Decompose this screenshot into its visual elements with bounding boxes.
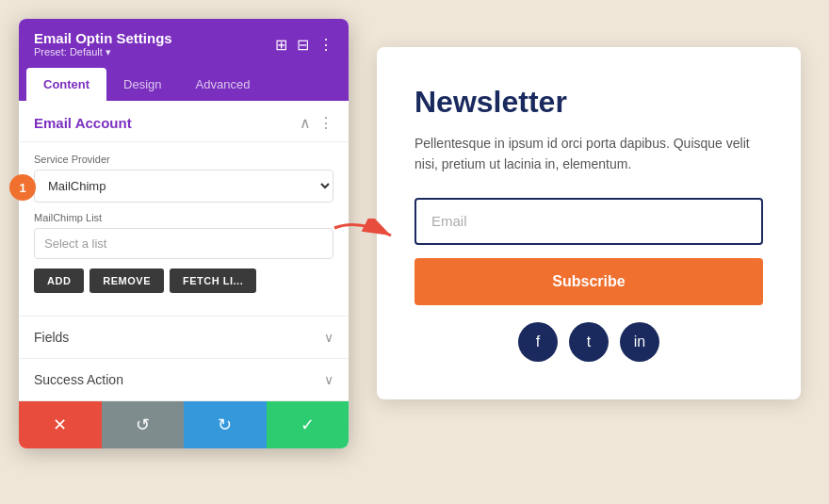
collapse-icon[interactable]: ∧	[300, 114, 311, 132]
email-account-title: Email Account	[34, 115, 132, 131]
service-provider-select[interactable]: MailChimp	[34, 170, 333, 203]
expand-icon[interactable]: ⊞	[275, 36, 287, 54]
remove-button[interactable]: REMOVE	[89, 268, 164, 293]
undo-button[interactable]: ↺	[102, 401, 185, 448]
section-header-icons: ∧ ⋮	[300, 114, 333, 132]
fields-chevron-icon: ∨	[324, 330, 333, 345]
layout-icon[interactable]: ⊟	[297, 36, 309, 54]
panel-header: Email Optin Settings Preset: Default ▾ ⊞…	[19, 19, 349, 68]
email-input-field[interactable]: Email	[414, 198, 763, 245]
panel-preset[interactable]: Preset: Default ▾	[34, 46, 172, 58]
undo-icon: ↺	[136, 415, 150, 435]
select-list-placeholder: Select a list	[44, 236, 106, 251]
redo-button[interactable]: ↻	[184, 401, 267, 448]
newsletter-title: Newsletter	[414, 85, 763, 120]
confirm-button[interactable]: ✓	[267, 401, 349, 448]
confirm-icon: ✓	[301, 415, 315, 435]
newsletter-card: Newsletter Pellentesque in ipsum id orci…	[377, 47, 801, 399]
redo-icon: ↻	[218, 415, 232, 435]
fields-title: Fields	[34, 330, 69, 345]
twitter-icon[interactable]: t	[569, 322, 609, 362]
panel-footer: ✕ ↺ ↻ ✓	[19, 400, 349, 448]
email-placeholder: Email	[431, 213, 467, 229]
fetch-list-button[interactable]: FETCH LI...	[170, 268, 256, 293]
newsletter-description: Pellentesque in ipsum id orci porta dapi…	[414, 133, 763, 175]
success-chevron-icon: ∨	[324, 372, 333, 387]
fields-section[interactable]: Fields ∨	[19, 316, 349, 358]
success-action-section[interactable]: Success Action ∨	[19, 358, 349, 400]
add-button[interactable]: ADD	[34, 268, 84, 293]
service-provider-label: Service Provider	[34, 154, 333, 165]
cancel-button[interactable]: ✕	[19, 401, 102, 448]
cancel-icon: ✕	[53, 415, 67, 435]
mailchimp-list-label: MailChimp List	[34, 212, 333, 223]
tab-content[interactable]: Content	[26, 68, 106, 101]
panel-tabs: Content Design Advanced	[19, 68, 349, 101]
linkedin-icon[interactable]: in	[620, 322, 659, 362]
panel-header-icons: ⊞ ⊟ ⋮	[275, 36, 333, 54]
facebook-icon[interactable]: f	[518, 322, 558, 362]
step-badge: 1	[9, 174, 36, 201]
social-icons-group: f t in	[414, 322, 763, 362]
panel-header-info: Email Optin Settings Preset: Default ▾	[34, 30, 172, 58]
tab-design[interactable]: Design	[106, 68, 178, 101]
mailchimp-list-select[interactable]: Select a list	[34, 228, 333, 259]
subscribe-button[interactable]: Subscribe	[414, 258, 763, 305]
tab-advanced[interactable]: Advanced	[179, 68, 268, 101]
action-buttons-group: ADD REMOVE FETCH LI...	[34, 268, 333, 293]
more-icon[interactable]: ⋮	[318, 36, 333, 54]
settings-panel: Email Optin Settings Preset: Default ▾ ⊞…	[19, 19, 349, 448]
section-more-icon[interactable]: ⋮	[318, 114, 333, 132]
email-account-section-header: Email Account ∧ ⋮	[19, 101, 349, 142]
section-body: Service Provider MailChimp MailChimp Lis…	[19, 142, 349, 316]
arrow-indicator	[330, 219, 396, 261]
success-action-title: Success Action	[34, 372, 123, 387]
panel-title: Email Optin Settings	[34, 30, 172, 46]
panel-body: Email Account ∧ ⋮ Service Provider MailC…	[19, 101, 349, 448]
